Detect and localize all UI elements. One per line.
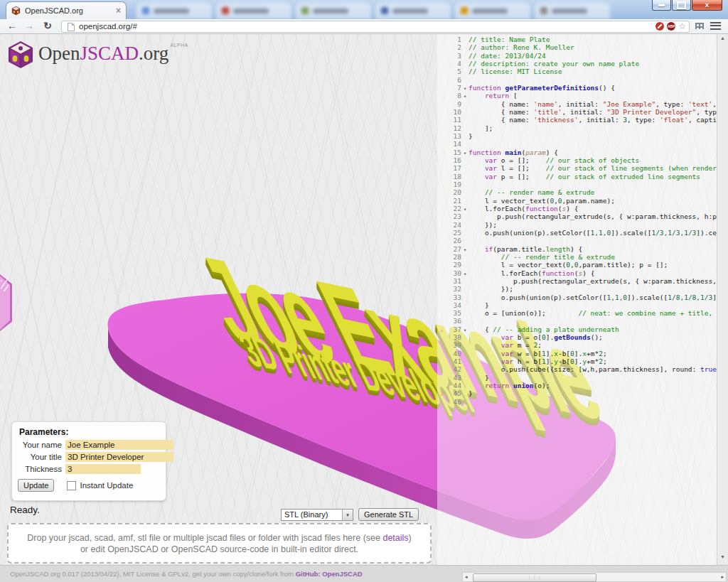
fold-arrow-icon[interactable]: ▾ bbox=[461, 247, 469, 254]
back-button[interactable]: ← bbox=[4, 20, 20, 31]
close-button[interactable]: × bbox=[692, 0, 722, 11]
code-line[interactable]: 24 }); bbox=[437, 221, 717, 229]
background-tab[interactable] bbox=[455, 3, 530, 19]
code-line[interactable]: 39 var m = 2; bbox=[437, 341, 717, 349]
code-line[interactable]: 43 } bbox=[437, 374, 717, 382]
your-title-input[interactable] bbox=[65, 452, 173, 462]
file-drop-zone[interactable]: Drop your jscad, scad, amf, stl file or … bbox=[7, 523, 432, 564]
code-line[interactable]: 31 p.push(rectangular_extrude(s, { w:par… bbox=[437, 277, 717, 285]
forward-button[interactable]: → bbox=[21, 20, 37, 31]
code-line[interactable]: 38 var b = o[0].getBounds(); bbox=[437, 333, 717, 341]
background-tab[interactable] bbox=[136, 3, 212, 19]
generate-stl-button[interactable]: Generate STL bbox=[358, 508, 419, 521]
code-line[interactable]: 3// date: 2013/04/24 bbox=[437, 52, 717, 60]
adblock-extension-icon[interactable]: ABP bbox=[667, 22, 675, 31]
background-tab[interactable] bbox=[535, 3, 610, 19]
code-line[interactable]: 21 l = vector_text(0,0,param.name); bbox=[437, 197, 717, 205]
code-line[interactable]: 32 }); bbox=[437, 285, 717, 293]
logo-jscad: JSCAD bbox=[80, 43, 139, 64]
code-line[interactable]: 7▾function getParameterDefinitions() { bbox=[437, 84, 717, 92]
code-line[interactable]: 19 bbox=[437, 180, 717, 188]
code-line[interactable]: 33 o.push(union(p).setColor([1,1,0]).sca… bbox=[437, 293, 717, 301]
background-tab[interactable] bbox=[375, 3, 451, 19]
code-line[interactable]: 8▾ return [ bbox=[437, 92, 717, 99]
fold-arrow-icon[interactable]: ▾ bbox=[461, 150, 469, 158]
reload-button[interactable]: ↻ bbox=[40, 20, 55, 31]
code-line[interactable]: 4// description: create your own name pl… bbox=[437, 60, 717, 68]
code-line[interactable]: 10 { name: 'title', initial: "3D Printer… bbox=[437, 108, 717, 116]
export-format-select[interactable]: STL (Binary) ▾ bbox=[281, 509, 353, 521]
code-line[interactable]: 11 { name: 'thickness', initial: 3, type… bbox=[437, 116, 717, 124]
parameters-actions: Update Instant Update bbox=[18, 479, 160, 492]
code-line[interactable]: 26 bbox=[437, 237, 717, 244]
code-line[interactable]: 34 } bbox=[437, 301, 717, 309]
background-tab[interactable] bbox=[216, 3, 291, 19]
bookmark-star-icon[interactable]: ☆ bbox=[678, 22, 686, 31]
code-line[interactable]: 6 bbox=[437, 76, 717, 84]
line-number: 29 bbox=[446, 261, 461, 269]
fold-arrow-icon[interactable]: ▾ bbox=[461, 271, 469, 279]
scroll-up-icon[interactable]: ▲ bbox=[717, 36, 728, 41]
code-line[interactable]: 40 var w = b[1].x-b[0].x+m*2; bbox=[437, 350, 717, 357]
code-line[interactable]: 12 ]; bbox=[437, 124, 717, 132]
your-name-input[interactable] bbox=[65, 440, 173, 450]
fold-arrow-icon[interactable]: ▾ bbox=[461, 93, 469, 101]
code-editor[interactable]: 1// title: Name Plate2// author: Rene K.… bbox=[437, 34, 717, 565]
details-link[interactable]: details bbox=[382, 533, 408, 543]
code-line[interactable]: 41 var h = b[1].y-b[0].y+m*2; bbox=[437, 357, 717, 365]
code-line[interactable]: 28 // -- render title & extrude bbox=[437, 253, 717, 261]
thickness-input[interactable] bbox=[65, 464, 141, 474]
editor-vertical-scrollbar[interactable]: ▲ ▼ bbox=[717, 34, 728, 572]
fold-arrow-icon[interactable]: ▾ bbox=[461, 206, 469, 214]
code-line[interactable]: 14 bbox=[437, 140, 717, 148]
code-line[interactable]: 44 return union(o); bbox=[437, 382, 717, 389]
code-line[interactable]: 13} bbox=[437, 132, 717, 140]
scroll-left-icon[interactable]: ◂ bbox=[465, 574, 468, 580]
blocker-extension-icon[interactable] bbox=[655, 22, 664, 31]
code-line[interactable]: ⚠37▾ { // -- adding a plate underneath bbox=[437, 325, 717, 333]
url-text[interactable]: openjscad.org/# bbox=[79, 22, 137, 31]
line-number: 9 bbox=[446, 100, 461, 108]
code-line[interactable]: ⚠45} bbox=[437, 389, 717, 397]
fold-arrow-icon[interactable]: ▾ bbox=[461, 85, 469, 93]
code-line[interactable]: 23 p.push(rectangular_extrude(s, { w:par… bbox=[437, 212, 717, 220]
code-line[interactable]: 15▾function main(param) { bbox=[437, 149, 717, 156]
dropdown-arrow-icon[interactable]: ▾ bbox=[342, 510, 353, 520]
instant-update-checkbox[interactable] bbox=[67, 481, 76, 490]
code-line[interactable]: 17 var l = []; // our stack of line segm… bbox=[437, 164, 717, 172]
code-line[interactable]: 36 bbox=[437, 317, 717, 325]
scroll-right-icon[interactable]: ▸ bbox=[721, 574, 724, 580]
scrollbar-thumb[interactable]: ⋮⋮⋮ bbox=[473, 573, 596, 582]
code-line[interactable]: 30▾ l.forEach(function(s) { bbox=[437, 269, 717, 277]
code-line[interactable]: 46 bbox=[437, 398, 717, 406]
code-line[interactable]: 35 o = [union(o)]; // neat: we combine n… bbox=[437, 309, 717, 317]
update-button[interactable]: Update bbox=[18, 479, 54, 492]
code-line[interactable]: 18 var p = []; // our stack of extruded … bbox=[437, 173, 717, 180]
code-line[interactable]: 5// license: MIT License bbox=[437, 68, 717, 75]
tab-openjscad[interactable]: OpenJSCAD.org × bbox=[6, 1, 127, 19]
code-text: function main(param) { bbox=[469, 149, 558, 156]
tab-close-icon[interactable]: × bbox=[116, 7, 121, 14]
status-text: Ready. bbox=[10, 505, 40, 515]
code-line[interactable]: 42 o.push(cube({size: [w,h,param.thickne… bbox=[437, 365, 717, 373]
code-line[interactable]: 20 // -- render name & extrude bbox=[437, 188, 717, 196]
code-line[interactable]: 25 o.push(union(p).setColor([1,1,0]).sca… bbox=[437, 229, 717, 237]
browser-menu-icon[interactable] bbox=[710, 22, 721, 30]
minimize-button[interactable] bbox=[652, 0, 671, 11]
extensions-grid-icon[interactable] bbox=[695, 23, 704, 29]
code-line[interactable]: 16 var o = []; // our stack of objects bbox=[437, 156, 717, 164]
code-line[interactable]: 9 { name: 'name', initial: "Joe Example"… bbox=[437, 100, 717, 108]
background-tab[interactable] bbox=[296, 3, 371, 19]
code-line[interactable]: 22▾ l.forEach(function(s) { bbox=[437, 205, 717, 212]
github-link[interactable]: GitHub: OpenJSCAD bbox=[296, 570, 363, 578]
code-line[interactable]: 2// author: Rene K. Mueller bbox=[437, 43, 717, 51]
scroll-down-icon[interactable]: ▼ bbox=[717, 554, 728, 559]
address-bar[interactable]: openjscad.org/# ABP ☆ bbox=[61, 21, 690, 33]
side-menu-handle[interactable] bbox=[0, 274, 12, 331]
code-line[interactable]: 29 l = vector_text(0,0,param.title); p =… bbox=[437, 261, 717, 269]
editor-horizontal-scrollbar[interactable]: ◂ ⋮⋮⋮ ▸ bbox=[462, 572, 727, 582]
fold-arrow-icon[interactable]: ▾ bbox=[461, 327, 469, 335]
code-line[interactable]: 1// title: Name Plate bbox=[437, 36, 717, 43]
code-line[interactable]: 27▾ if(param.title.length) { bbox=[437, 245, 717, 253]
maximize-button[interactable] bbox=[672, 0, 691, 11]
